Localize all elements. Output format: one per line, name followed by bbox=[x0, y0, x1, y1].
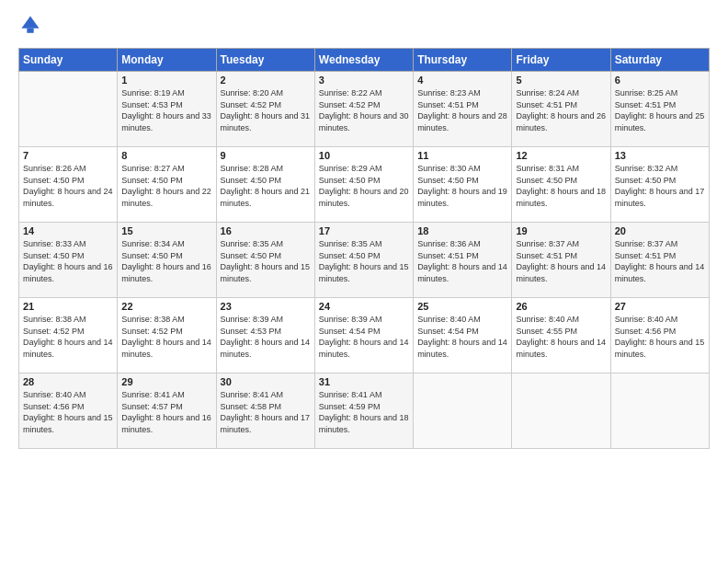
day-number: 7 bbox=[23, 150, 113, 161]
day-info: Sunrise: 8:27 AMSunset: 4:50 PMDaylight:… bbox=[121, 163, 211, 209]
day-info: Sunrise: 8:40 AMSunset: 4:56 PMDaylight:… bbox=[23, 389, 113, 435]
day-number: 12 bbox=[516, 150, 606, 161]
day-number: 8 bbox=[121, 150, 211, 161]
calendar-cell: 19Sunrise: 8:37 AMSunset: 4:51 PMDayligh… bbox=[512, 223, 610, 298]
day-info: Sunrise: 8:29 AMSunset: 4:50 PMDaylight:… bbox=[319, 163, 409, 209]
calendar-cell: 14Sunrise: 8:33 AMSunset: 4:50 PMDayligh… bbox=[19, 223, 118, 298]
page: SundayMondayTuesdayWednesdayThursdayFrid… bbox=[0, 0, 728, 563]
day-info: Sunrise: 8:41 AMSunset: 4:58 PMDaylight:… bbox=[221, 389, 311, 435]
day-info: Sunrise: 8:28 AMSunset: 4:50 PMDaylight:… bbox=[221, 163, 311, 209]
day-info: Sunrise: 8:24 AMSunset: 4:51 PMDaylight:… bbox=[516, 87, 606, 133]
weekday-header: Friday bbox=[512, 49, 610, 72]
header bbox=[18, 15, 710, 39]
day-info: Sunrise: 8:38 AMSunset: 4:52 PMDaylight:… bbox=[121, 314, 211, 360]
day-info: Sunrise: 8:25 AMSunset: 4:51 PMDaylight:… bbox=[615, 87, 705, 133]
logo bbox=[18, 15, 44, 39]
day-number: 9 bbox=[221, 150, 311, 161]
day-info: Sunrise: 8:40 AMSunset: 4:56 PMDaylight:… bbox=[615, 314, 705, 360]
day-number: 18 bbox=[417, 225, 507, 236]
day-number: 29 bbox=[121, 376, 211, 387]
calendar-cell: 4Sunrise: 8:23 AMSunset: 4:51 PMDaylight… bbox=[414, 72, 512, 147]
day-number: 17 bbox=[319, 225, 409, 236]
calendar-cell: 22Sunrise: 8:38 AMSunset: 4:52 PMDayligh… bbox=[118, 298, 216, 373]
day-info: Sunrise: 8:31 AMSunset: 4:50 PMDaylight:… bbox=[516, 163, 606, 209]
day-info: Sunrise: 8:38 AMSunset: 4:52 PMDaylight:… bbox=[23, 314, 113, 360]
day-info: Sunrise: 8:33 AMSunset: 4:50 PMDaylight:… bbox=[23, 238, 113, 284]
day-number: 31 bbox=[319, 376, 409, 387]
calendar-cell: 26Sunrise: 8:40 AMSunset: 4:55 PMDayligh… bbox=[512, 298, 610, 373]
day-number: 1 bbox=[121, 75, 211, 86]
day-number: 21 bbox=[23, 301, 113, 312]
day-number: 2 bbox=[221, 75, 311, 86]
day-number: 10 bbox=[319, 150, 409, 161]
weekday-header: Tuesday bbox=[216, 49, 314, 72]
day-info: Sunrise: 8:39 AMSunset: 4:53 PMDaylight:… bbox=[221, 314, 311, 360]
calendar-cell: 25Sunrise: 8:40 AMSunset: 4:54 PMDayligh… bbox=[414, 298, 512, 373]
day-number: 20 bbox=[615, 225, 705, 236]
day-number: 15 bbox=[121, 225, 211, 236]
calendar-cell: 31Sunrise: 8:41 AMSunset: 4:59 PMDayligh… bbox=[314, 373, 413, 449]
calendar-cell: 13Sunrise: 8:32 AMSunset: 4:50 PMDayligh… bbox=[610, 147, 709, 223]
day-info: Sunrise: 8:37 AMSunset: 4:51 PMDaylight:… bbox=[516, 238, 606, 284]
calendar-week-row: 7Sunrise: 8:26 AMSunset: 4:50 PMDaylight… bbox=[19, 147, 710, 223]
day-info: Sunrise: 8:41 AMSunset: 4:59 PMDaylight:… bbox=[319, 389, 409, 435]
calendar-cell: 18Sunrise: 8:36 AMSunset: 4:51 PMDayligh… bbox=[414, 223, 512, 298]
day-number: 11 bbox=[417, 150, 507, 161]
calendar-cell: 12Sunrise: 8:31 AMSunset: 4:50 PMDayligh… bbox=[512, 147, 610, 223]
calendar-cell: 6Sunrise: 8:25 AMSunset: 4:51 PMDaylight… bbox=[610, 72, 709, 147]
day-number: 14 bbox=[23, 225, 113, 236]
day-number: 22 bbox=[121, 301, 211, 312]
calendar-cell: 28Sunrise: 8:40 AMSunset: 4:56 PMDayligh… bbox=[19, 373, 118, 449]
calendar-cell: 30Sunrise: 8:41 AMSunset: 4:58 PMDayligh… bbox=[216, 373, 314, 449]
day-number: 30 bbox=[221, 376, 311, 387]
day-info: Sunrise: 8:39 AMSunset: 4:54 PMDaylight:… bbox=[319, 314, 409, 360]
calendar-cell: 23Sunrise: 8:39 AMSunset: 4:53 PMDayligh… bbox=[216, 298, 314, 373]
calendar-cell: 29Sunrise: 8:41 AMSunset: 4:57 PMDayligh… bbox=[118, 373, 216, 449]
calendar-week-row: 1Sunrise: 8:19 AMSunset: 4:53 PMDaylight… bbox=[19, 72, 710, 147]
day-number: 5 bbox=[516, 75, 606, 86]
day-info: Sunrise: 8:26 AMSunset: 4:50 PMDaylight:… bbox=[23, 163, 113, 209]
day-info: Sunrise: 8:40 AMSunset: 4:54 PMDaylight:… bbox=[417, 314, 507, 360]
calendar-cell: 24Sunrise: 8:39 AMSunset: 4:54 PMDayligh… bbox=[314, 298, 413, 373]
weekday-header: Sunday bbox=[19, 49, 118, 72]
weekday-header: Monday bbox=[118, 49, 216, 72]
day-number: 16 bbox=[221, 225, 311, 236]
calendar-cell: 8Sunrise: 8:27 AMSunset: 4:50 PMDaylight… bbox=[118, 147, 216, 223]
day-number: 23 bbox=[221, 301, 311, 312]
day-number: 19 bbox=[516, 225, 606, 236]
weekday-header: Thursday bbox=[414, 49, 512, 72]
calendar-week-row: 28Sunrise: 8:40 AMSunset: 4:56 PMDayligh… bbox=[19, 373, 710, 449]
day-number: 26 bbox=[516, 301, 606, 312]
calendar-cell: 2Sunrise: 8:20 AMSunset: 4:52 PMDaylight… bbox=[216, 72, 314, 147]
calendar-cell bbox=[414, 373, 512, 449]
day-info: Sunrise: 8:35 AMSunset: 4:50 PMDaylight:… bbox=[221, 238, 311, 284]
day-info: Sunrise: 8:32 AMSunset: 4:50 PMDaylight:… bbox=[615, 163, 705, 209]
day-info: Sunrise: 8:36 AMSunset: 4:51 PMDaylight:… bbox=[417, 238, 507, 284]
calendar-cell: 5Sunrise: 8:24 AMSunset: 4:51 PMDaylight… bbox=[512, 72, 610, 147]
calendar-cell: 17Sunrise: 8:35 AMSunset: 4:50 PMDayligh… bbox=[314, 223, 413, 298]
day-info: Sunrise: 8:40 AMSunset: 4:55 PMDaylight:… bbox=[516, 314, 606, 360]
weekday-header: Wednesday bbox=[314, 49, 413, 72]
day-number: 27 bbox=[615, 301, 705, 312]
calendar-cell: 27Sunrise: 8:40 AMSunset: 4:56 PMDayligh… bbox=[610, 298, 709, 373]
day-info: Sunrise: 8:35 AMSunset: 4:50 PMDaylight:… bbox=[319, 238, 409, 284]
day-info: Sunrise: 8:41 AMSunset: 4:57 PMDaylight:… bbox=[121, 389, 211, 435]
day-info: Sunrise: 8:34 AMSunset: 4:50 PMDaylight:… bbox=[121, 238, 211, 284]
day-info: Sunrise: 8:19 AMSunset: 4:53 PMDaylight:… bbox=[121, 87, 211, 133]
calendar-cell: 1Sunrise: 8:19 AMSunset: 4:53 PMDaylight… bbox=[118, 72, 216, 147]
calendar-cell: 16Sunrise: 8:35 AMSunset: 4:50 PMDayligh… bbox=[216, 223, 314, 298]
calendar-cell: 21Sunrise: 8:38 AMSunset: 4:52 PMDayligh… bbox=[19, 298, 118, 373]
calendar-cell: 20Sunrise: 8:37 AMSunset: 4:51 PMDayligh… bbox=[610, 223, 709, 298]
svg-rect-1 bbox=[27, 29, 33, 33]
day-number: 6 bbox=[615, 75, 705, 86]
day-info: Sunrise: 8:30 AMSunset: 4:50 PMDaylight:… bbox=[417, 163, 507, 209]
calendar-cell: 3Sunrise: 8:22 AMSunset: 4:52 PMDaylight… bbox=[314, 72, 413, 147]
day-number: 25 bbox=[417, 301, 507, 312]
day-info: Sunrise: 8:22 AMSunset: 4:52 PMDaylight:… bbox=[319, 87, 409, 133]
calendar-cell: 10Sunrise: 8:29 AMSunset: 4:50 PMDayligh… bbox=[314, 147, 413, 223]
day-info: Sunrise: 8:37 AMSunset: 4:51 PMDaylight:… bbox=[615, 238, 705, 284]
calendar-cell bbox=[512, 373, 610, 449]
calendar-week-row: 14Sunrise: 8:33 AMSunset: 4:50 PMDayligh… bbox=[19, 223, 710, 298]
day-number: 28 bbox=[23, 376, 113, 387]
calendar-cell: 15Sunrise: 8:34 AMSunset: 4:50 PMDayligh… bbox=[118, 223, 216, 298]
